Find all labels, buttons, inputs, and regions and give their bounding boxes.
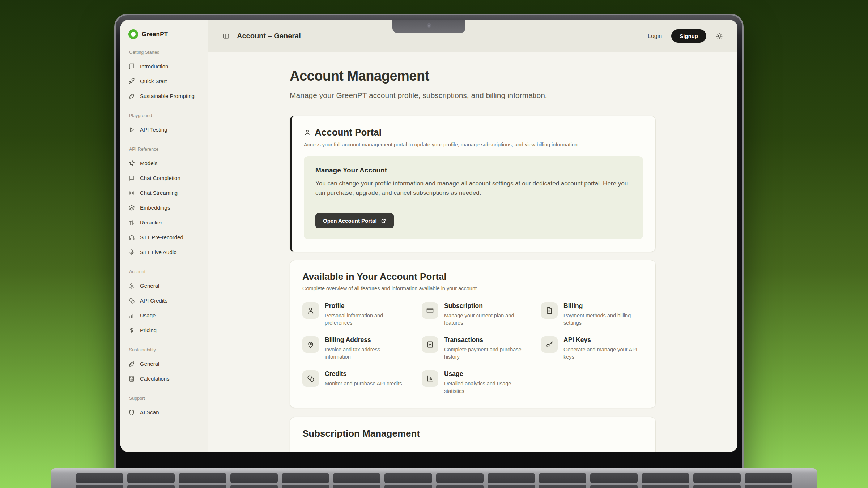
sidebar-item-pricing[interactable]: Pricing	[125, 323, 205, 338]
sort-arrows-icon	[128, 219, 135, 226]
subscription-management-title: Subscription Management	[302, 428, 643, 439]
invoice-file-icon	[541, 302, 558, 319]
feature-description: Monitor and purchase API credits	[325, 380, 402, 388]
login-link[interactable]: Login	[648, 33, 662, 39]
feature-credits: Credits Monitor and purchase API credits	[302, 370, 404, 395]
broadcast-icon	[128, 190, 135, 196]
feature-grid: Profile Personal information and prefere…	[302, 302, 643, 395]
feature-title: Subscription	[444, 302, 524, 310]
sidebar-item-embeddings[interactable]: Embeddings	[125, 200, 205, 215]
sidebar-item-label: API Credits	[140, 297, 167, 304]
sidebar-item-label: STT Live Audio	[140, 249, 176, 255]
shield-icon	[128, 409, 135, 416]
page-container: Account Management Manage your GreenPT a…	[290, 68, 656, 452]
sun-icon[interactable]	[716, 33, 723, 40]
feature-description: Complete payment and purchase history	[444, 346, 524, 361]
feature-title: Credits	[325, 370, 402, 378]
webcam-icon	[427, 23, 431, 28]
sidebar-item-stt-pre-recorded[interactable]: STT Pre-recorded	[125, 230, 205, 245]
coins-icon	[128, 297, 135, 304]
coins-icon	[302, 370, 319, 387]
sidebar-item-sustainable-prompting[interactable]: Sustainable Prompting	[125, 89, 205, 103]
subscription-management-card: Subscription Management	[290, 417, 656, 452]
sidebar-item-label: API Testing	[140, 127, 167, 133]
sidebar-item-label: Calculations	[140, 376, 170, 382]
sidebar-item-label: Pricing	[140, 327, 157, 333]
sidebar[interactable]: GreenPT Getting Started Introduction Qui…	[120, 20, 208, 452]
signup-button[interactable]: Signup	[671, 29, 706, 43]
feature-title: Billing	[563, 302, 643, 310]
sidebar-item-api-testing[interactable]: API Testing	[125, 122, 205, 137]
panel-left-icon[interactable]	[222, 33, 230, 40]
sidebar-item-introduction[interactable]: Introduction	[125, 59, 205, 74]
sidebar-item-sustainability-general[interactable]: General	[125, 356, 205, 371]
topbar-actions: Login Signup	[648, 29, 723, 43]
sidebar-item-reranker[interactable]: Reranker	[125, 215, 205, 230]
sidebar-item-chat-completion[interactable]: Chat Completion	[125, 171, 205, 185]
available-portal-subtitle: Complete overview of all features and in…	[302, 286, 643, 291]
sidebar-item-account-general[interactable]: General	[125, 278, 205, 293]
feature-subscription: Subscription Manage your current plan an…	[422, 302, 524, 327]
available-portal-title: Available in Your Account Portal	[302, 271, 643, 282]
account-portal-header: Account Portal	[304, 127, 643, 138]
sidebar-item-label: Embeddings	[140, 205, 170, 211]
message-icon	[128, 175, 135, 181]
calculator-icon	[128, 376, 135, 382]
sidebar-item-label: Introduction	[140, 63, 168, 69]
sidebar-item-chat-streaming[interactable]: Chat Streaming	[125, 185, 205, 200]
play-icon	[128, 127, 135, 133]
sidebar-item-quick-start[interactable]: Quick Start	[125, 74, 205, 89]
sidebar-item-label: STT Pre-recorded	[140, 234, 183, 240]
open-account-portal-button[interactable]: Open Account Portal	[315, 213, 394, 228]
gear-icon	[128, 283, 135, 289]
sidebar-item-calculations[interactable]: Calculations	[125, 371, 205, 386]
chart-column-icon	[422, 370, 438, 387]
sidebar-item-label: Chat Streaming	[140, 190, 178, 196]
user-icon	[302, 302, 319, 319]
sidebar-item-label: Usage	[140, 312, 156, 318]
sidebar-section-support: Support	[129, 396, 202, 401]
microphone-icon	[128, 249, 135, 256]
feature-title: Profile	[325, 302, 404, 310]
sidebar-item-label: Reranker	[140, 219, 162, 226]
sidebar-section-getting-started: Getting Started	[129, 50, 202, 55]
feature-description: Personal information and preferences	[325, 312, 404, 327]
logo[interactable]: GreenPT	[128, 29, 202, 39]
sidebar-item-stt-live-audio[interactable]: STT Live Audio	[125, 245, 205, 260]
leaf-icon	[128, 93, 135, 99]
keyboard-row	[76, 485, 792, 488]
feature-title: API Keys	[563, 336, 643, 344]
sidebar-section-account: Account	[129, 269, 202, 274]
person-icon	[304, 129, 311, 136]
account-portal-description: Access your full account management port…	[304, 142, 643, 147]
sidebar-section-playground: Playground	[129, 113, 202, 118]
feature-description: Manage your current plan and features	[444, 312, 524, 327]
sidebar-item-ai-scan[interactable]: AI Scan	[125, 405, 205, 420]
account-portal-title: Account Portal	[315, 127, 382, 138]
map-pin-icon	[302, 336, 319, 353]
logo-text: GreenPT	[142, 31, 168, 38]
sidebar-item-label: Chat Completion	[140, 175, 180, 181]
sidebar-section-sustainability: Sustainability	[129, 347, 202, 352]
page-title: Account Management	[290, 68, 656, 84]
available-portal-card: Available in Your Account Portal Complet…	[290, 260, 656, 408]
headphones-icon	[128, 234, 135, 241]
feature-description: Detailed analytics and usage statistics	[444, 380, 524, 395]
sidebar-item-label: Quick Start	[140, 78, 167, 84]
sidebar-section-api-reference: API Reference	[129, 147, 202, 152]
feature-api-keys: API Keys Generate and manage your API ke…	[541, 336, 643, 361]
receipt-icon	[422, 336, 438, 353]
laptop-screen: GreenPT Getting Started Introduction Qui…	[120, 20, 737, 452]
greenpt-logo-icon	[128, 29, 138, 39]
content-scroll-area[interactable]: Account Management Manage your GreenPT a…	[208, 52, 737, 452]
feature-transactions: Transactions Complete payment and purcha…	[422, 336, 524, 361]
layers-icon	[128, 205, 135, 211]
feature-billing-address: Billing Address Invoice and tax address …	[302, 336, 404, 361]
key-icon	[541, 336, 558, 353]
sidebar-item-label: General	[140, 361, 159, 367]
camera-notch	[392, 20, 465, 33]
sidebar-item-models[interactable]: Models	[125, 156, 205, 171]
sidebar-item-usage[interactable]: Usage	[125, 308, 205, 323]
page-subtitle: Manage your GreenPT account profile, sub…	[290, 91, 656, 100]
sidebar-item-api-credits[interactable]: API Credits	[125, 293, 205, 308]
